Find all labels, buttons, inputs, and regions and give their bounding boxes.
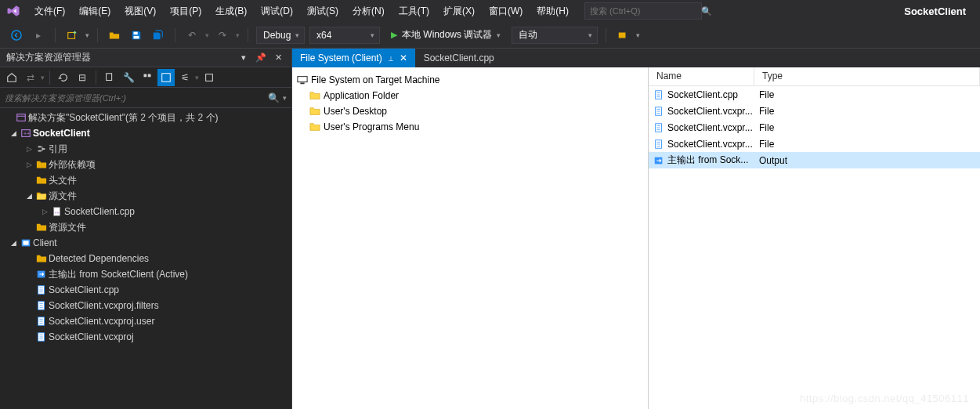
refresh-button[interactable]: [55, 69, 72, 86]
config-dropdown[interactable]: Debug: [256, 27, 305, 44]
pin-icon[interactable]: 📌: [254, 51, 268, 65]
dropdown-icon[interactable]: ▾: [237, 51, 251, 65]
collapse-icon[interactable]: ◢: [8, 129, 19, 137]
open-button[interactable]: [106, 27, 123, 44]
menubar: 文件(F) 编辑(E) 视图(V) 项目(P) 生成(B) 调试(D) 测试(S…: [0, 0, 980, 22]
start-debug-button[interactable]: ▶ 本地 Windows 调试器 ▾: [385, 27, 507, 44]
svg-rect-23: [300, 83, 304, 85]
nav-fwd-button[interactable]: ▸: [30, 27, 47, 44]
project-icon: ++: [19, 127, 33, 139]
file-label: SocketClient.vcxproj.filters: [49, 300, 159, 311]
details-name-text: SocketClient.vcxpr...: [667, 122, 753, 133]
external-deps-node[interactable]: ▷ 外部依赖项: [0, 157, 291, 172]
global-search[interactable]: 🔍: [584, 2, 702, 20]
source-files-node[interactable]: ◢ 源文件: [0, 188, 291, 204]
collapse-icon[interactable]: ◢: [8, 239, 19, 247]
menu-debug[interactable]: 调试(D): [255, 2, 299, 21]
nav-back-button[interactable]: [8, 27, 25, 44]
class-view-button[interactable]: [201, 69, 218, 86]
fs-root-node[interactable]: File System on Target Machine: [295, 72, 645, 88]
col-type[interactable]: Type: [754, 67, 980, 85]
file-node[interactable]: SocketClient.cpp: [0, 282, 291, 298]
file-node[interactable]: SocketClient.vcxproj.filters: [0, 298, 291, 313]
resource-files-node[interactable]: 资源文件: [0, 219, 291, 235]
redo-button[interactable]: ↷: [214, 27, 231, 44]
source-file-node[interactable]: ▷ ++ SocketClient.cpp: [0, 204, 291, 219]
expand-icon[interactable]: ▷: [24, 161, 34, 168]
properties-button[interactable]: 🔧: [120, 69, 137, 86]
save-button[interactable]: [128, 27, 145, 44]
details-row[interactable]: SocketClient.vcxpr...File: [649, 119, 980, 136]
separator: [49, 71, 50, 85]
svg-rect-9: [206, 74, 213, 81]
col-name[interactable]: Name: [649, 67, 754, 85]
tab-label: File System (Client): [300, 52, 382, 63]
menu-view[interactable]: 视图(V): [118, 2, 162, 21]
details-row[interactable]: SocketClient.cppFile: [649, 86, 980, 103]
folder-icon: [309, 121, 320, 132]
separator: [606, 28, 606, 42]
cpp-file-icon: ++: [50, 205, 64, 218]
separator: [248, 28, 248, 42]
file-icon: [653, 139, 664, 150]
filter-button[interactable]: ⚟: [176, 69, 193, 86]
global-search-input[interactable]: [590, 6, 698, 16]
menu-project[interactable]: 项目(P): [164, 2, 208, 21]
preview-button[interactable]: [139, 69, 156, 86]
panel-search[interactable]: 🔍 ▾: [0, 88, 291, 108]
menu-test[interactable]: 测试(S): [301, 2, 345, 21]
svg-rect-5: [107, 73, 112, 80]
menu-build[interactable]: 生成(B): [209, 2, 253, 21]
platform-dropdown[interactable]: x64: [309, 27, 380, 44]
show-all-button[interactable]: [101, 69, 118, 86]
menu-file[interactable]: 文件(F): [28, 2, 71, 21]
save-all-button[interactable]: [150, 27, 167, 44]
expand-icon[interactable]: ▷: [39, 208, 50, 215]
details-header: Name Type: [649, 67, 980, 86]
collapse-icon[interactable]: ◢: [24, 192, 34, 200]
primary-output-node[interactable]: 主输出 from SocketClient (Active): [0, 266, 291, 282]
menu-tools[interactable]: 工具(T): [392, 2, 436, 21]
detected-deps-node[interactable]: Detected Dependencies: [0, 251, 291, 266]
new-project-button[interactable]: [63, 27, 81, 44]
details-row[interactable]: SocketClient.vcxpr...File: [649, 136, 980, 152]
header-files-node[interactable]: 头文件: [0, 172, 291, 188]
file-node[interactable]: SocketClient.vcxproj: [0, 329, 291, 345]
project-node[interactable]: ◢ ++ SocketClient: [0, 125, 291, 141]
folder-icon: [34, 174, 49, 186]
close-icon[interactable]: ✕: [271, 51, 285, 65]
file-node[interactable]: SocketClient.vcxproj.user: [0, 313, 291, 329]
fs-menu-folder[interactable]: User's Programs Menu: [295, 119, 645, 135]
extra-dropdown[interactable]: 自动: [512, 27, 598, 44]
view-mode-button[interactable]: [157, 69, 175, 86]
home-button[interactable]: [3, 69, 20, 86]
menu-help[interactable]: 帮助(H): [530, 2, 575, 21]
close-icon[interactable]: ✕: [400, 52, 407, 63]
details-row[interactable]: 主输出 from Sock...Output: [649, 152, 980, 168]
menu-analyze[interactable]: 分析(N): [346, 2, 391, 21]
panel-search-input[interactable]: [5, 93, 268, 103]
menu-edit[interactable]: 编辑(E): [73, 2, 117, 21]
collapse-button[interactable]: ⊟: [74, 69, 91, 86]
solution-node[interactable]: 解决方案"SocketClient"(第 2 个项目，共 2 个): [0, 110, 291, 125]
fs-app-folder[interactable]: Application Folder: [295, 88, 645, 103]
project-label: Client: [33, 237, 57, 248]
tab-file-system[interactable]: File System (Client) ⟂ ✕: [292, 49, 416, 67]
project-node[interactable]: ◢ Client: [0, 235, 291, 251]
sync-button[interactable]: ⇄: [22, 69, 39, 86]
references-node[interactable]: ▷ 引用: [0, 141, 291, 157]
details-row[interactable]: SocketClient.vcxpr...File: [649, 103, 980, 119]
start-debug-label: 本地 Windows 调试器: [402, 28, 492, 42]
installer-project-icon: [19, 237, 33, 249]
expand-icon[interactable]: ▷: [24, 145, 34, 153]
menu-window[interactable]: 窗口(W): [483, 2, 529, 21]
pin-icon[interactable]: ⟂: [389, 54, 393, 63]
undo-button[interactable]: ↶: [183, 27, 201, 44]
tab-source[interactable]: SocketClient.cpp: [416, 49, 503, 67]
misc-button[interactable]: [614, 27, 631, 44]
main-toolbar: ▸ ▾ ↶ ▾ ↷ ▾ Debug x64 ▶ 本地 Windows 调试器 ▾…: [0, 22, 980, 49]
details-name-cell: SocketClient.vcxpr...: [649, 139, 754, 150]
fs-desktop-folder[interactable]: User's Desktop: [295, 103, 645, 119]
menu-extensions[interactable]: 扩展(X): [437, 2, 481, 21]
details-name-cell: SocketClient.cpp: [649, 89, 754, 100]
